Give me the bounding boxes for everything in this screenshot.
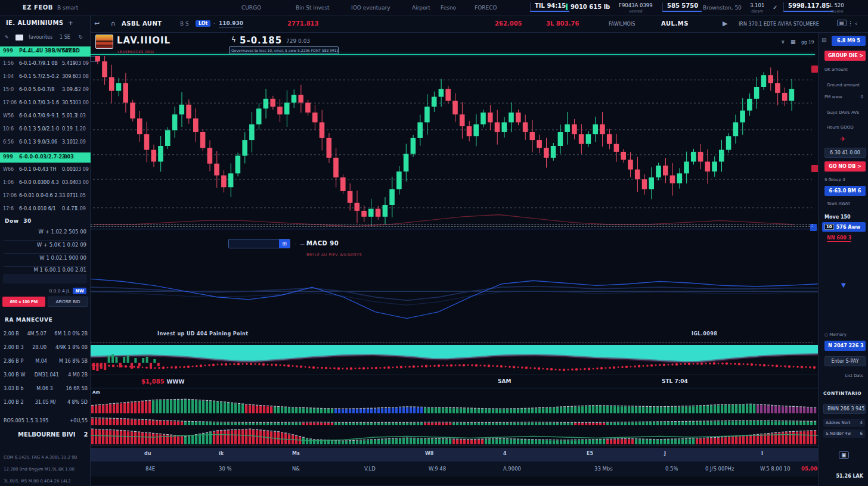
scroll-down-icon[interactable]: ▼ [841, 282, 846, 288]
watchlist-row[interactable]: 10:66-0.1 3 5.0/2.1-00.191.20 [0, 126, 91, 138]
price-tag-ask [811, 66, 818, 73]
titlebar-tab[interactable]: TIL 94:15 [530, 2, 569, 12]
chart-settings-label[interactable]: gg 19 [801, 39, 814, 45]
folder-icon[interactable] [16, 35, 23, 40]
volume-histogram-2[interactable] [91, 415, 818, 425]
titlebar-item[interactable]: L 520review [830, 2, 844, 14]
app-title: EZ FEOB [23, 4, 53, 11]
dow-row[interactable]: W 1 0.02.1 900 00 [4, 255, 86, 267]
watchlist-row[interactable]: 17:66-0.4 0.010 6/10.4.711.09 [0, 206, 91, 218]
status-value: 0.5% [665, 466, 678, 472]
quotebar-item[interactable]: ∩ [111, 20, 116, 27]
risk-row[interactable]: 3.00 B WDM31.0414 M0 2B [4, 372, 88, 378]
oscillator-chart[interactable] [91, 254, 818, 337]
status-values-row: 84E30 %N&V.LDW.9 48A.900033 Mbs0.5%0 J/S… [91, 461, 818, 476]
list-mode-label[interactable]: 1 SE [60, 35, 70, 40]
titlebar-item[interactable]: Bin St invest [296, 5, 330, 11]
input-placeholder-box[interactable] [3, 274, 87, 284]
volume-histogram-3[interactable] [91, 426, 818, 444]
watchlist-row[interactable]: 1:066-0.0 0.0300 4.303.0403 00 [0, 180, 91, 192]
titlebar-item[interactable]: ✓ [773, 4, 777, 11]
grid-icon[interactable]: ▦ [790, 39, 796, 45]
quotebar-item[interactable]: ‹ [855, 20, 857, 27]
arose-bid-button[interactable]: AROSE BID [48, 297, 88, 307]
sell-order-button[interactable]: 690 x 100 PM [2, 297, 45, 307]
list-dats-label: List Dats [845, 373, 863, 378]
enter-spay-button[interactable]: Enter S-PAY [824, 356, 866, 366]
quotebar-item[interactable]: LOt [196, 20, 210, 27]
sell-market-button[interactable]: GO NO DB > [824, 161, 866, 172]
price-tag-bid [811, 165, 818, 172]
edit-icon[interactable]: ✎ [5, 35, 9, 40]
watchlist-row[interactable]: 9996-0.0-0.03/2.7-2.93.03 [0, 152, 91, 163]
dow-row[interactable]: W + 1.02.2 505 00 [4, 229, 86, 241]
move-label: Move 150 [824, 214, 851, 220]
quotebar-item[interactable]: ↩ [94, 20, 100, 27]
indicator-search-input[interactable] [229, 239, 279, 248]
sell-button[interactable]: GROUP DIE > [824, 51, 866, 61]
buy-limit-button[interactable]: 6-63.0 BM 6 [824, 186, 866, 196]
confirm-button[interactable]: N 2047 226 3 [824, 341, 866, 351]
status-value: 30 % [219, 466, 232, 472]
watchlist-row[interactable]: 999P4.4L.4U 3BB/NY4Y-8D53Z5 [0, 46, 91, 57]
titlebar-item[interactable]: Fesno [441, 5, 456, 11]
titlebar-item[interactable]: FORECO [475, 5, 497, 11]
titlebar-item[interactable]: 3.101diesm [750, 2, 764, 14]
quotebar-item[interactable]: ⋮ [847, 20, 854, 27]
instrument-subtitle: LEASEBACKS ORD [117, 49, 154, 54]
time-axis[interactable]: duikMsW84E5JI [91, 448, 818, 461]
titlebar-item[interactable]: CURGO [241, 5, 261, 11]
bwn-button[interactable]: BWN 266 3 9455 [823, 404, 866, 414]
refresh-icon[interactable]: ↻ [79, 35, 83, 40]
quote-button[interactable]: 6.30 41 0.00 [824, 148, 866, 158]
macd-label[interactable]: MACD 90 [306, 240, 339, 247]
quotebar-item: · [213, 21, 215, 27]
candlestick-chart[interactable] [91, 55, 818, 228]
chevron-down-icon[interactable]: ∨ [781, 39, 785, 45]
watchlist-row[interactable]: 15:06-0.0 5.0-0.7/83.09.452 09 [0, 87, 91, 99]
watchlist-row[interactable]: 17:066-0.1 0.7/0.3-1.630.5103 00 [0, 100, 91, 112]
watchlist-row[interactable]: W666-0.1 0-0.43 TH0.00103 09 [0, 167, 91, 179]
watchlist-row[interactable]: 17:066-0.01 0.0-0.6 2.33.0711.05 [0, 193, 91, 205]
ribbon-chart[interactable] [91, 344, 818, 373]
quote-price: 3L 803.76 [546, 20, 579, 27]
risk-row[interactable]: 2.86 B PM.04M 16 8% 5B [4, 359, 88, 364]
buy-button[interactable]: 6.8 M9 5 [832, 36, 866, 46]
titlebar-tab[interactable]: 585 5750 [662, 2, 702, 12]
selected-size-row[interactable]: 10576 Aww [822, 222, 866, 232]
titlebar-item[interactable]: IOO eventuary [351, 5, 390, 11]
snelder-row[interactable]: S.Nelder 4w6 [823, 429, 865, 438]
dow-row[interactable]: W + 5.0K 1 0.02 09 [4, 242, 86, 254]
search-apply-button[interactable]: ⊞ [279, 239, 290, 248]
titlebar-item[interactable]: Brownston, 50 [703, 5, 742, 11]
status-value: 0 J/S 00PHz [705, 466, 734, 472]
risk-row[interactable]: 2.00 B 32B.U04/9K 1 8% 0B [4, 345, 88, 350]
indicator-search-box: ⊞ [228, 239, 290, 248]
risk-row[interactable]: 2.00 B4M.5.076M 1.0 0% 2B [4, 331, 88, 337]
favourites-label[interactable]: favourites [29, 35, 52, 40]
quotebar-item[interactable]: ▶ [723, 20, 727, 27]
titlebar-item[interactable]: Airport [412, 5, 430, 11]
add-symbol-button[interactable]: + [68, 19, 73, 27]
titlebar-tab[interactable]: 5998.117.85 [783, 2, 833, 12]
titlebar-item[interactable]: F9043A 0399veered [619, 2, 653, 14]
address-row[interactable]: Addres Nort4 [823, 419, 865, 427]
panel-icon[interactable]: ▤ [822, 37, 827, 43]
titlebar-item[interactable]: 9010 615 lb [566, 4, 610, 10]
watchlist-row[interactable]: 1:046-0.1 5.7/2.5-0.2309.603 08 [0, 74, 91, 86]
quotebar-item: ▤ [837, 20, 847, 26]
time-axis-label: J [664, 451, 666, 456]
status-value: 33 Mbs [594, 466, 613, 472]
watchlist-panel: IE. ALUMINIUMS + ✎ favourites 1 SE ↻ 999… [0, 15, 91, 486]
risk-row[interactable]: 1.00 B 231.05 M/4 8% 5D [4, 400, 88, 405]
watchlist-row[interactable]: 1:566-0.1-0.7/9.1 0B5.41903 09 [0, 61, 91, 73]
watchlist-row[interactable]: 6:566-0.1 3 9.0/3.063.1012.09 [0, 139, 91, 151]
volume-histogram-1[interactable] [91, 397, 818, 413]
watchlist-row[interactable]: W566-0.4 0.7/0.9-9.15.01.32.03 [0, 113, 91, 125]
plane-icon[interactable]: ✈ [840, 135, 845, 143]
risk-section-header: RA MANECUVE [5, 317, 52, 323]
nw-badge[interactable]: NW [73, 288, 86, 294]
quotebar-item: B S [180, 21, 189, 27]
risk-row[interactable]: 3.03 B bM.06 316 6R 5B [4, 386, 88, 391]
window-icon[interactable]: ▣ [839, 451, 849, 459]
